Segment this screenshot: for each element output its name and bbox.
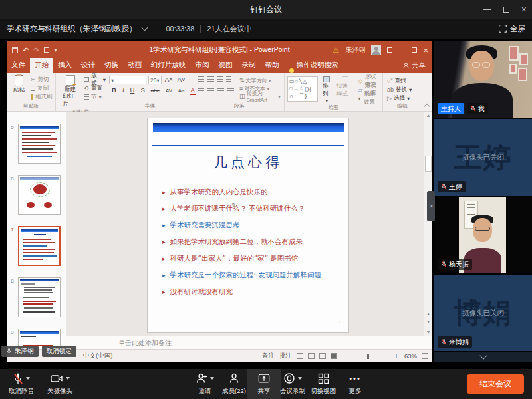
tab-insert[interactable]: 插入 — [53, 58, 76, 73]
align-center-icon[interactable] — [207, 86, 214, 91]
zoom-out-icon[interactable]: − — [342, 352, 346, 360]
reset-button[interactable]: ⟲重置 — [84, 84, 106, 92]
minimize-icon[interactable]: — — [483, 5, 491, 13]
tell-me-search[interactable]: 操作说明搜索 — [297, 58, 343, 73]
participant-video-yangtianzhen[interactable]: 杨天振 — [434, 197, 532, 273]
participant-video-self[interactable]: 主持人 我 — [434, 41, 532, 118]
tab-home[interactable]: 开始 — [30, 58, 53, 73]
layout-button[interactable]: 版式 ▾ — [84, 75, 106, 84]
fit-to-window-icon[interactable] — [422, 353, 428, 359]
tab-review[interactable]: 审阅 — [191, 58, 214, 73]
replace-button[interactable]: ab替换 ▾ — [387, 85, 422, 94]
tab-animations[interactable]: 动画 — [123, 58, 146, 73]
quick-styles-button[interactable]: 快速样式 — [335, 76, 354, 104]
previous-slide-icon[interactable]: ▲ — [424, 311, 432, 316]
ppt-account-name[interactable]: 朱泽钢 — [345, 45, 365, 55]
format-painter-button[interactable]: 格式刷 — [31, 92, 53, 101]
ppt-minimize-icon[interactable]: — — [398, 47, 406, 54]
more-button[interactable]: ••• 更多 — [336, 372, 374, 396]
bullets-icon[interactable] — [198, 76, 204, 82]
fullscreen-button[interactable]: 全屏 — [499, 24, 525, 34]
maximize-icon[interactable] — [503, 7, 509, 13]
slide-editing-area[interactable]: 几点心得 ▸从事学术研究的人内心是快乐的 ▸大学老师不讲课干什么？ 不做科研讲什… — [66, 112, 432, 336]
bold-button[interactable]: B — [110, 86, 118, 94]
strikethrough-button[interactable]: abc — [150, 88, 161, 94]
justify-icon[interactable] — [227, 86, 234, 91]
vertical-scrollbar[interactable]: ▲ ▲ ▼ ▼ — [424, 112, 432, 336]
ppt-share-button[interactable]: 共享 — [403, 61, 426, 70]
section-button[interactable]: 节 ▾ — [84, 92, 106, 101]
new-slide-button[interactable]: 新建 幻灯片 — [59, 75, 81, 108]
smartart-button[interactable]: ◫转换为 SmartArt ▾ — [239, 92, 281, 100]
align-right-icon[interactable] — [217, 86, 224, 91]
participant-video-mibojuan[interactable]: 博娟 摄像头已关闭 米博娟 — [434, 275, 532, 351]
tab-slideshow[interactable]: 幻灯片放映 — [146, 58, 191, 73]
zoom-level[interactable]: 63% — [404, 352, 417, 360]
scroll-up-icon[interactable]: ▲ — [424, 113, 432, 118]
collapse-ribbon-icon[interactable] — [424, 104, 430, 109]
select-button[interactable]: ▷选择 ▾ — [387, 94, 422, 102]
numbering-icon[interactable] — [207, 76, 214, 82]
paste-button[interactable]: 粘贴 — [10, 75, 28, 101]
tab-view[interactable]: 视图 — [214, 58, 237, 73]
camera-options-caret[interactable] — [66, 377, 70, 380]
align-left-icon[interactable] — [198, 86, 204, 91]
comments-toggle[interactable]: 批注 — [279, 352, 292, 360]
mic-options-caret[interactable] — [26, 377, 30, 380]
scroll-down-icon[interactable]: ▼ — [424, 330, 432, 334]
slide-sorter-icon[interactable] — [308, 353, 315, 359]
tab-record[interactable]: 录制 — [237, 58, 261, 73]
thumbnail-slide-7-selected[interactable]: 7 — [7, 226, 66, 266]
record-options-caret[interactable] — [298, 377, 302, 380]
normal-view-icon[interactable] — [297, 353, 303, 359]
thumbnail-slide-8[interactable]: 8 — [7, 277, 66, 317]
participant-video-wangting[interactable]: 王婷 摄像头已关闭 王婷 — [434, 119, 532, 196]
end-meeting-button[interactable]: 结束会议 — [467, 374, 524, 394]
cut-button[interactable]: ✂剪切 — [31, 75, 53, 84]
scrollbar-thumb[interactable] — [425, 156, 432, 172]
unlock-button[interactable]: 取消锁定 — [42, 346, 76, 357]
shrink-font-button[interactable]: A˅ — [176, 76, 187, 84]
notes-pane[interactable]: 单击此处添加备注 — [66, 336, 432, 349]
avatar[interactable] — [371, 45, 381, 55]
language-indicator[interactable]: 中文(中国) — [83, 352, 112, 360]
shape-effects-button[interactable]: ◐形状效果 — [358, 94, 380, 102]
current-slide[interactable]: 几点心得 ▸从事学术研究的人内心是快乐的 ▸大学老师不讲课干什么？ 不做科研讲什… — [148, 118, 348, 332]
italic-button[interactable]: I — [121, 86, 126, 94]
notes-toggle[interactable]: 备注 — [262, 352, 275, 360]
indent-increase-icon[interactable] — [226, 76, 231, 82]
char-spacing-button[interactable]: AV — [164, 88, 174, 94]
close-icon[interactable]: × — [521, 5, 527, 14]
sidebar-collapse-handle[interactable]: > — [427, 191, 435, 221]
zoom-slider[interactable] — [350, 356, 388, 356]
ribbon-options-icon[interactable] — [387, 47, 392, 53]
thumbnail-slide-5[interactable]: 5 — [7, 124, 66, 164]
grow-font-button[interactable]: A˄ — [164, 76, 174, 84]
underline-button[interactable]: U — [129, 86, 136, 94]
font-size-combo[interactable]: 20 ▾ — [148, 76, 162, 84]
thumbnail-slide-6[interactable]: 6 — [7, 175, 66, 215]
slideshow-view-icon[interactable] — [331, 353, 337, 359]
tab-transitions[interactable]: 切换 — [100, 58, 123, 73]
invite-options-caret[interactable] — [210, 377, 214, 380]
ppt-close-icon[interactable]: × — [423, 46, 428, 55]
sidebar-collapse-button[interactable] — [434, 352, 532, 362]
find-button[interactable]: ○˟查找 — [387, 76, 422, 85]
copy-button[interactable]: 复制 — [31, 84, 53, 92]
unmute-button[interactable]: 取消静音 — [3, 372, 40, 396]
ppt-restore-icon[interactable] — [412, 47, 417, 53]
shape-gallery[interactable]: ▭○╲△□→☆(){∩∼⌒} — [287, 76, 318, 102]
zoom-in-icon[interactable]: ＋ — [393, 352, 400, 360]
next-slide-icon[interactable]: ▼ — [424, 319, 432, 324]
shadow-button[interactable]: S — [139, 86, 146, 94]
font-name-combo[interactable]: ▾ — [109, 76, 146, 84]
chevron-down-icon[interactable] — [141, 25, 148, 31]
arrange-button[interactable]: 排列▾ — [321, 76, 332, 104]
tab-file[interactable]: 文件 — [7, 58, 30, 73]
camera-off-button[interactable]: 关摄像头 — [41, 372, 78, 396]
change-case-button[interactable]: Aa — [177, 88, 186, 94]
text-direction-button[interactable]: ⇅文字方向 ▾ — [239, 76, 281, 84]
indent-decrease-icon[interactable] — [217, 76, 223, 82]
reading-view-icon[interactable] — [319, 353, 326, 359]
tab-help[interactable]: 帮助 — [261, 58, 284, 73]
